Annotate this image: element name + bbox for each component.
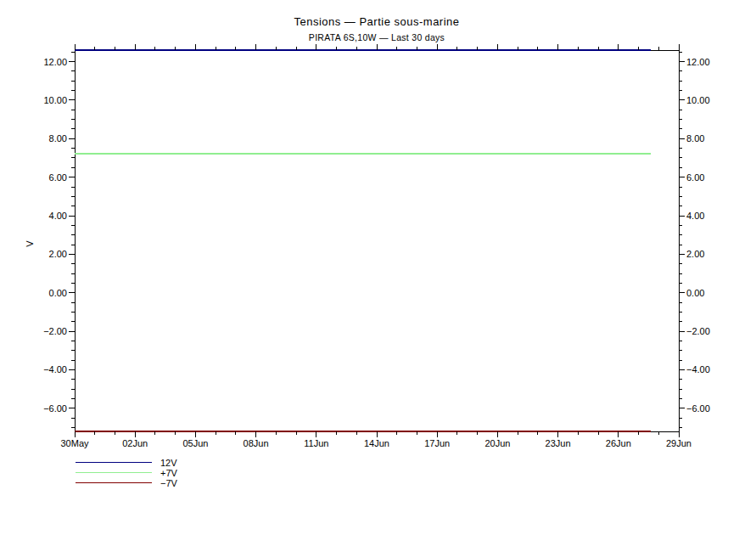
legend-label: 12V (160, 458, 177, 468)
y-tick-label: −2.00 (43, 326, 67, 336)
y-tick-label: 8.00 (49, 133, 67, 144)
y-tick-label-right: 2.00 (686, 249, 704, 259)
x-tick-label: 30May (60, 438, 89, 448)
y-tick-label-right: −6.00 (686, 403, 710, 414)
legend-label: +7V (160, 468, 178, 478)
y-tick-label-right: 12.00 (686, 57, 710, 67)
x-tick-label: 02Jun (122, 438, 148, 448)
legend-label: −7V (160, 478, 178, 488)
chart-page: Tensions — Partie sous-marine PIRATA 6S,… (0, 0, 756, 535)
line-chart: 30May02Jun05Jun08Jun11Jun14Jun17Jun20Jun… (0, 0, 756, 535)
x-tick-label: 14Jun (364, 438, 389, 448)
y-tick-label: 12.00 (43, 57, 67, 67)
y-tick-label: 10.00 (43, 95, 67, 105)
x-tick-label: 08Jun (244, 438, 269, 448)
x-tick-label: 17Jun (424, 438, 450, 448)
x-tick-label: 29Jun (666, 438, 692, 448)
x-tick-label: 05Jun (182, 438, 208, 448)
x-tick-label: 11Jun (304, 438, 328, 448)
x-tick-label: 23Jun (546, 438, 571, 448)
x-tick-label: 26Jun (606, 438, 631, 448)
y-tick-label: 6.00 (49, 172, 67, 183)
y-tick-label: 4.00 (49, 211, 67, 221)
x-tick-label: 20Jun (484, 438, 510, 448)
y-tick-label-right: 8.00 (686, 133, 704, 144)
y-tick-label: −4.00 (43, 364, 67, 374)
y-tick-label-right: 10.00 (686, 95, 710, 105)
y-tick-label: 2.00 (49, 249, 67, 259)
y-tick-label: 0.00 (49, 288, 67, 298)
y-tick-label: −6.00 (43, 403, 67, 414)
y-tick-label-right: 6.00 (686, 172, 704, 183)
y-tick-label-right: 4.00 (686, 211, 704, 221)
y-tick-label-right: −2.00 (686, 326, 710, 336)
y-tick-label-right: 0.00 (686, 288, 704, 298)
y-tick-label-right: −4.00 (686, 364, 710, 374)
